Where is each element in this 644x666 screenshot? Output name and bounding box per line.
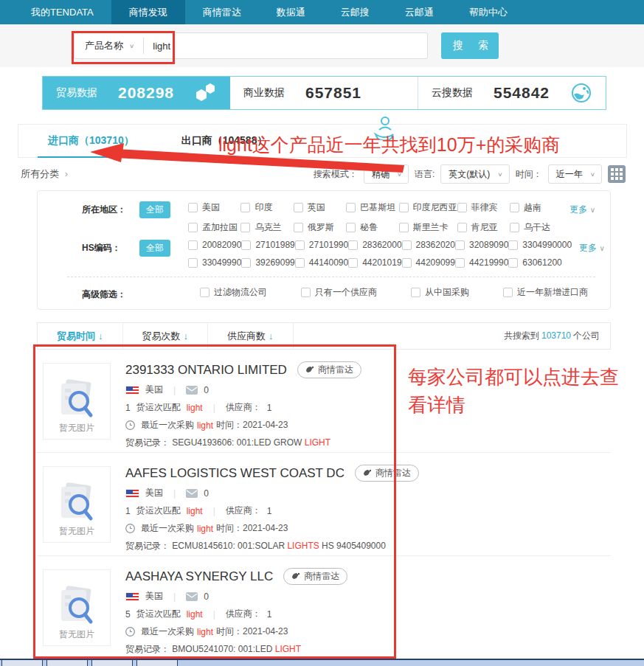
search-mode-select[interactable]: 精确 ∨ (364, 164, 409, 184)
region-checkbox-item[interactable]: 乌干达 (510, 221, 562, 234)
region-checkbox-item[interactable]: 斯里兰卡 (399, 221, 457, 234)
region-checkbox-item[interactable]: 乌克兰 (240, 221, 293, 234)
region-checkbox-item[interactable]: 印度 (240, 201, 293, 214)
checkbox[interactable] (457, 203, 467, 212)
nav-item-datatong[interactable]: 数据通 (259, 0, 323, 24)
nav-item-help[interactable]: 帮助中心 (451, 0, 525, 24)
checkbox[interactable] (241, 240, 251, 250)
hs-checkbox-item[interactable]: 28362000 (348, 240, 401, 250)
checkbox[interactable] (508, 240, 518, 250)
checkbox[interactable] (188, 203, 198, 212)
checkbox[interactable] (346, 203, 356, 212)
company-card[interactable]: 暂无图片 AAFES LOGISTICS WEST COAST DC 商情雷达 … (37, 453, 611, 556)
checkbox[interactable] (399, 223, 409, 232)
region-checkbox-item[interactable]: 巴基斯坦 (346, 201, 398, 214)
region-checkbox-item[interactable]: 美国 (188, 201, 240, 214)
region-more-link[interactable]: 更多 ∨ (569, 201, 595, 216)
advanced-checkbox-item[interactable]: 过滤物流公司 (200, 286, 267, 299)
calendar-icon[interactable] (608, 165, 626, 183)
hs-checkbox-item[interactable]: 27101990 (295, 240, 348, 250)
hs-checkbox-item[interactable]: 33049990 (188, 257, 241, 268)
checkbox[interactable] (240, 223, 250, 232)
hs-more-link[interactable]: 更多 ∨ (579, 240, 605, 254)
checkbox[interactable] (503, 288, 513, 297)
sort-trade-time[interactable]: 贸易时间↓ (38, 323, 123, 349)
checkbox[interactable] (294, 223, 303, 232)
checkbox[interactable] (348, 258, 358, 268)
sheet-tab[interactable] (46, 660, 88, 666)
nav-item-radar[interactable]: 商情雷达 (185, 0, 259, 24)
sort-trade-count[interactable]: 贸易次数↓ (123, 323, 209, 349)
nav-item-discovery[interactable]: 商情发现 (111, 0, 185, 24)
region-checkbox-item[interactable]: 孟加拉国 (188, 221, 240, 234)
sheet-tab[interactable] (136, 660, 178, 666)
all-categories-link[interactable]: 所有分类 › (21, 167, 68, 181)
company-name-link[interactable]: AAFES LOGISTICS WEST COAST DC (125, 466, 344, 481)
company-card[interactable]: 暂无图片 2391333 ONTARIO LIMITED 商情雷达 美国 | 0 (37, 350, 611, 453)
hs-checkbox-item[interactable]: 44201019 (348, 257, 401, 268)
checkbox[interactable] (399, 203, 409, 212)
checkbox[interactable] (411, 288, 420, 297)
radar-pill-button[interactable]: 商情雷达 (355, 465, 419, 482)
time-select[interactable]: 近一年 ∨ (548, 164, 602, 184)
search-button[interactable]: 搜 索 (441, 32, 499, 59)
hs-checkbox-item[interactable]: 44209099 (402, 257, 455, 268)
checkbox[interactable] (295, 258, 305, 268)
checkbox[interactable] (295, 240, 305, 250)
advanced-checkbox-item[interactable]: 从中国采购 (411, 286, 469, 299)
region-checkbox-item[interactable]: 印度尼西亚 (399, 201, 457, 214)
language-select[interactable]: 英文(默认) ∨ (440, 164, 509, 184)
checkbox[interactable] (508, 258, 518, 268)
checkbox[interactable] (402, 240, 412, 250)
region-checkbox-item[interactable]: 肯尼亚 (457, 221, 510, 234)
checkbox[interactable] (455, 258, 465, 268)
region-checkbox-item[interactable]: 秘鲁 (346, 221, 398, 234)
hs-all-chip[interactable]: 全部 (139, 240, 170, 257)
checkbox[interactable] (346, 223, 356, 232)
checkbox[interactable] (294, 203, 303, 212)
sheet-tab[interactable] (1, 660, 43, 666)
region-all-chip[interactable]: 全部 (139, 201, 170, 218)
nav-item-mailsearch[interactable]: 云邮搜 (323, 0, 387, 24)
company-name-link[interactable]: 2391333 ONTARIO LIMITED (125, 363, 287, 378)
checkbox[interactable] (455, 240, 465, 250)
tab-exporters[interactable]: 出口商（104588） (180, 125, 269, 156)
hs-checkbox-item[interactable]: 44140090 (295, 257, 348, 268)
region-checkbox-item[interactable]: 英国 (294, 201, 346, 214)
checkbox[interactable] (241, 258, 251, 268)
hs-checkbox-item[interactable]: 20082090 (188, 240, 241, 250)
nav-item-mailtong[interactable]: 云邮通 (387, 0, 451, 24)
checkbox[interactable] (188, 258, 198, 268)
company-card[interactable]: 暂无图片 AASHAYA SYNERGY LLC 商情雷达 美国 | 0 (37, 556, 611, 659)
hs-checkbox-item[interactable]: 28362020 (402, 240, 455, 250)
hs-checkbox-item[interactable]: 3304990000 (508, 240, 572, 250)
hs-checkbox-item[interactable]: 27101989 (241, 240, 294, 250)
company-name-link[interactable]: AASHAYA SYNERGY LLC (125, 569, 273, 584)
checkbox[interactable] (348, 240, 358, 250)
checkbox[interactable] (510, 223, 519, 232)
sort-supplier-count[interactable]: 供应商数↓ (208, 323, 294, 349)
tab-importers[interactable]: 进口商（103710） (46, 125, 136, 156)
hs-checkbox-item[interactable]: 63061200 (508, 257, 572, 268)
checkbox[interactable] (200, 288, 210, 297)
sheet-tab[interactable] (91, 660, 133, 666)
checkbox[interactable] (301, 288, 311, 297)
search-category-dropdown[interactable]: 产品名称 ∨ (75, 38, 144, 54)
region-checkbox-item[interactable]: 俄罗斯 (294, 221, 346, 234)
radar-pill-button[interactable]: 商情雷达 (283, 568, 347, 585)
checkbox[interactable] (510, 203, 519, 212)
checkbox[interactable] (188, 223, 198, 232)
advanced-checkbox-item[interactable]: 只有一个供应商 (301, 286, 377, 299)
hs-checkbox-item[interactable]: 44219990 (455, 257, 508, 268)
hs-checkbox-item[interactable]: 39269099 (241, 257, 294, 268)
checkbox[interactable] (240, 203, 250, 212)
region-checkbox-item[interactable]: 菲律宾 (457, 201, 510, 214)
region-checkbox-item[interactable]: 越南 (510, 201, 562, 214)
checkbox[interactable] (188, 240, 198, 250)
search-input[interactable] (144, 41, 427, 52)
checkbox[interactable] (457, 223, 467, 232)
checkbox[interactable] (402, 258, 412, 268)
radar-pill-button[interactable]: 商情雷达 (297, 361, 361, 378)
nav-item-my-tendata[interactable]: 我的TENDATA (13, 0, 111, 24)
advanced-checkbox-item[interactable]: 近一年新增进口商 (503, 286, 588, 299)
